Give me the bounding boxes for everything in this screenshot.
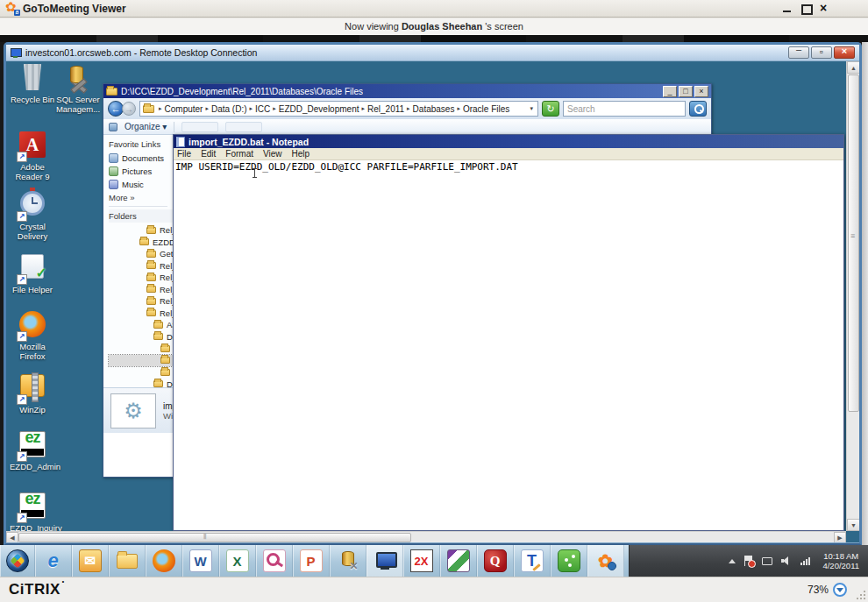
action-center-flag-icon[interactable] bbox=[744, 556, 753, 566]
breadcrumb-ezdd-development[interactable]: EZDD_Development bbox=[277, 104, 361, 114]
start-button[interactable] bbox=[0, 545, 35, 577]
word-icon bbox=[189, 549, 212, 572]
close-button[interactable] bbox=[819, 4, 829, 13]
rdp-close-button[interactable] bbox=[834, 46, 855, 59]
taskbar-green-app-button[interactable] bbox=[551, 545, 587, 577]
desktop-icon-ezdd-admin[interactable]: EZDD_Admin bbox=[10, 431, 55, 472]
tree-item[interactable]: S bbox=[109, 366, 173, 379]
tree-item[interactable]: Rel_2 bbox=[109, 272, 173, 284]
system-tray: 10:18 AM 4/20/2011 bbox=[630, 545, 868, 577]
tree-item[interactable]: AS bbox=[109, 319, 173, 331]
menu-format[interactable]: Format bbox=[225, 149, 253, 159]
tree-item-selected[interactable]: O bbox=[109, 355, 173, 367]
breadcrumb-rel-2011[interactable]: Rel_2011 bbox=[366, 104, 406, 114]
taskbar-textpad-button[interactable] bbox=[514, 545, 551, 577]
taskbar-2x-client-button[interactable] bbox=[403, 545, 440, 577]
volume-icon[interactable] bbox=[781, 556, 792, 565]
explorer-close-button[interactable]: × bbox=[694, 86, 708, 97]
notepad-titlebar[interactable]: import_EZDD.bat - Notepad bbox=[174, 135, 843, 148]
explorer-maximize-button[interactable]: □ bbox=[679, 86, 693, 97]
taskbar-swirl-app-button[interactable] bbox=[440, 545, 477, 577]
taskbar-gotomeeting-button[interactable] bbox=[587, 545, 624, 577]
display-icon[interactable] bbox=[762, 557, 772, 565]
breadcrumb-dropdown-icon[interactable]: ▾ bbox=[528, 105, 535, 112]
session-vertical-scrollbar[interactable]: ▲ ▼ bbox=[846, 61, 859, 531]
breadcrumb-icc[interactable]: ICC bbox=[253, 104, 272, 114]
scroll-down-arrow-icon[interactable]: ▼ bbox=[847, 519, 859, 531]
network-signal-icon[interactable] bbox=[800, 557, 810, 565]
tree-item[interactable]: EZDD_D bbox=[109, 237, 173, 249]
tree-item[interactable]: Rel_2 bbox=[109, 224, 173, 237]
notepad-content[interactable]: IMP USERID=EZDD_OLD/EZDD_OLD@ICC PARFILE… bbox=[174, 160, 843, 174]
rdp-minimize-button[interactable] bbox=[788, 46, 809, 59]
explorer-address-bar: ← → ▸ Computer ▸ Data (D:) ▸ ICC ▸ EZDD_… bbox=[103, 98, 711, 119]
taskbar-clock[interactable]: 10:18 AM 4/20/2011 bbox=[819, 551, 859, 570]
vertical-scroll-thumb[interactable] bbox=[848, 74, 859, 412]
menu-view[interactable]: View bbox=[263, 149, 282, 159]
more-links-button[interactable]: More » bbox=[109, 193, 173, 202]
taskbar-access-button[interactable] bbox=[256, 545, 293, 577]
desktop-icon-file-helper[interactable]: File Helper bbox=[10, 254, 55, 295]
folders-header[interactable]: Folders bbox=[109, 209, 173, 223]
scroll-left-arrow-icon[interactable]: ◀ bbox=[6, 532, 18, 542]
citrix-logo: CiTRIX bbox=[9, 581, 60, 598]
gotomeeting-logo-icon: B bbox=[5, 2, 18, 15]
desktop-icon-firefox[interactable]: Mozilla Firefox bbox=[10, 311, 55, 361]
explorer-minimize-button[interactable]: _ bbox=[663, 86, 677, 97]
menu-help[interactable]: Help bbox=[292, 149, 310, 159]
desktop-icon-adobe-reader[interactable]: Adobe Reader 9 bbox=[10, 131, 55, 181]
tree-item[interactable]: Rel_2 bbox=[109, 295, 173, 308]
taskbar-word-button[interactable] bbox=[182, 545, 219, 577]
toolbar-ghost-button[interactable] bbox=[181, 122, 218, 132]
taskbar-outlook-button[interactable] bbox=[72, 545, 109, 577]
taskbar-internet-explorer-button[interactable] bbox=[35, 545, 72, 577]
breadcrumb-computer[interactable]: Computer bbox=[163, 104, 205, 114]
breadcrumb-data-d[interactable]: Data (D:) bbox=[210, 104, 249, 114]
rdp-titlebar[interactable]: investcon01.orcsweb.com - Remote Desktop… bbox=[6, 45, 859, 61]
tree-item[interactable]: Rel_2 bbox=[109, 308, 173, 320]
menu-edit[interactable]: Edit bbox=[201, 149, 216, 159]
tree-item[interactable]: Rel_2 bbox=[109, 260, 173, 273]
explorer-titlebar[interactable]: D:\ICC\EZDD_Development\Rel_2011\Databas… bbox=[103, 84, 711, 98]
refresh-button[interactable]: ↻ bbox=[542, 101, 559, 117]
taskbar-firefox-button[interactable] bbox=[146, 545, 182, 577]
tree-item[interactable]: Rel_2 bbox=[109, 284, 173, 296]
search-icon[interactable] bbox=[689, 101, 707, 117]
maximize-button[interactable] bbox=[800, 4, 811, 13]
organize-button[interactable]: Organize ▾ bbox=[125, 122, 167, 131]
breadcrumb-oracle-files[interactable]: Oracle Files bbox=[461, 104, 511, 114]
desktop-icon-crystal-delivery[interactable]: Crystal Delivery bbox=[10, 191, 55, 241]
scroll-up-arrow-icon[interactable]: ▲ bbox=[847, 61, 859, 74]
taskbar-remote-desktop-button[interactable] bbox=[366, 545, 403, 577]
tree-item[interactable]: E bbox=[109, 343, 173, 355]
desktop-icon-sql-server[interactable]: SQL Server Managem... bbox=[55, 64, 101, 114]
menu-file[interactable]: File bbox=[177, 149, 191, 159]
search-input[interactable] bbox=[563, 101, 686, 117]
session-horizontal-scrollbar[interactable]: ◀ ▶ bbox=[6, 531, 846, 542]
tree-item[interactable]: Getti bbox=[109, 248, 173, 260]
taskbar-sql-tools-button[interactable] bbox=[330, 545, 366, 577]
taskbar-powerpoint-button[interactable] bbox=[293, 545, 330, 577]
taskbar-q-app-button[interactable] bbox=[477, 545, 514, 577]
tree-item[interactable]: Dat bbox=[109, 331, 173, 343]
notepad-text-area[interactable]: IMP USERID=EZDD_OLD/EZDD_OLD@ICC PARFILE… bbox=[174, 160, 843, 530]
show-hidden-icons-button[interactable] bbox=[729, 559, 736, 563]
favorite-link-documents[interactable]: Documents bbox=[109, 152, 173, 165]
favorite-link-pictures[interactable]: Pictures bbox=[109, 165, 173, 178]
toolbar-ghost-button[interactable] bbox=[225, 122, 262, 132]
scroll-right-arrow-icon[interactable]: ▶ bbox=[834, 532, 846, 542]
taskbar-file-explorer-button[interactable] bbox=[109, 545, 146, 577]
desktop-icon-ezdd-inquiry[interactable]: EZDD_Inquiry bbox=[10, 492, 55, 534]
forward-button[interactable]: → bbox=[122, 102, 136, 116]
resize-grip[interactable] bbox=[856, 590, 866, 600]
zoom-dropdown-button[interactable] bbox=[833, 583, 847, 597]
minimize-button[interactable] bbox=[782, 4, 793, 13]
favorite-link-music[interactable]: Music bbox=[109, 178, 173, 191]
horizontal-scroll-thumb[interactable] bbox=[18, 533, 411, 542]
desktop-icon-recycle-bin[interactable]: Recycle Bin bbox=[10, 64, 55, 105]
rdp-maximize-button[interactable] bbox=[811, 46, 832, 59]
breadcrumb-databases[interactable]: Databases bbox=[411, 104, 457, 114]
taskbar-excel-button[interactable] bbox=[219, 545, 256, 577]
breadcrumb[interactable]: ▸ Computer ▸ Data (D:) ▸ ICC ▸ EZDD_Deve… bbox=[139, 101, 538, 117]
desktop-icon-winzip[interactable]: WinZip bbox=[10, 374, 55, 415]
